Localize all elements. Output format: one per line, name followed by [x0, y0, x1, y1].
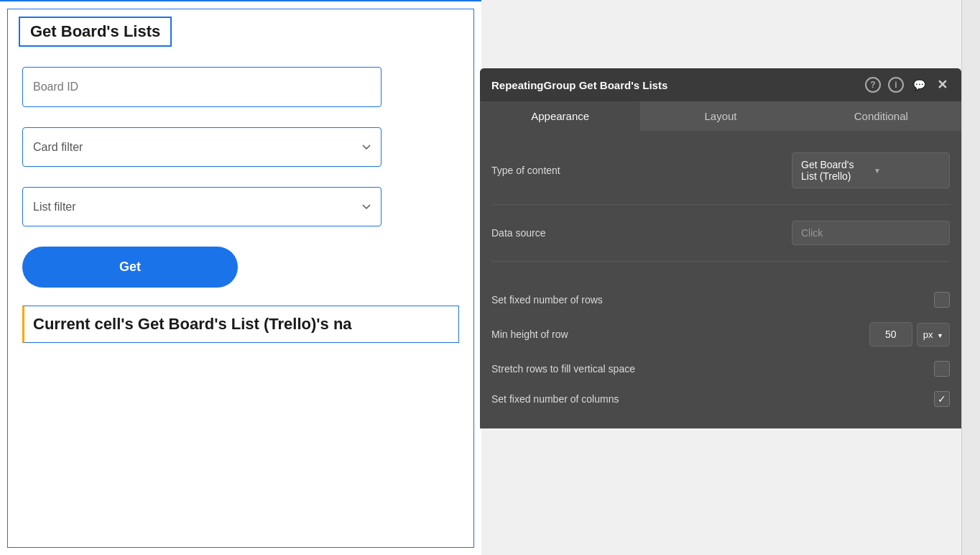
- fixed-columns-label: Set fixed number of columns: [491, 393, 619, 405]
- type-of-content-value: Get Board's List (Trello): [801, 159, 868, 182]
- chevron-down-icon: ▼: [937, 332, 943, 339]
- card-filter-select[interactable]: Card filter: [22, 127, 382, 167]
- fixed-rows-row: Set fixed number of rows: [491, 285, 950, 315]
- tabs-bar: Appearance Layout Conditional: [480, 101, 961, 131]
- panel-header: RepeatingGroup Get Board's Lists ? i 💬 ✕: [480, 68, 961, 101]
- right-panel: RepeatingGroup Get Board's Lists ? i 💬 ✕…: [480, 68, 961, 428]
- cell-text: Current cell's Get Board's List (Trello)…: [33, 315, 352, 333]
- tab-conditional[interactable]: Conditional: [801, 101, 961, 131]
- close-icon[interactable]: ✕: [934, 77, 950, 93]
- divider-1: [491, 204, 950, 205]
- min-height-label: Min height of row: [491, 329, 568, 340]
- divider-2: [491, 261, 950, 262]
- fixed-columns-row: Set fixed number of columns: [491, 384, 950, 414]
- min-height-control: px ▼: [869, 322, 950, 347]
- data-source-label: Data source: [491, 227, 545, 239]
- board-title: Get Board's Lists: [30, 22, 160, 41]
- fixed-rows-label: Set fixed number of rows: [491, 294, 603, 306]
- min-height-input[interactable]: [869, 322, 912, 347]
- min-height-row: Min height of row px ▼: [491, 315, 950, 354]
- help-icon[interactable]: ?: [865, 77, 881, 93]
- type-of-content-label: Type of content: [491, 165, 560, 176]
- right-scroll-edge: [961, 0, 980, 555]
- board-id-input[interactable]: [22, 67, 382, 107]
- get-button[interactable]: Get: [22, 247, 238, 288]
- stretch-rows-label: Stretch rows to fill vertical space: [491, 363, 635, 375]
- tab-appearance[interactable]: Appearance: [480, 101, 640, 131]
- chat-icon[interactable]: 💬: [911, 77, 927, 93]
- list-filter-select[interactable]: List filter: [22, 187, 382, 226]
- panel-body: Type of content Get Board's List (Trello…: [480, 131, 961, 428]
- chevron-down-icon: ▼: [874, 167, 940, 175]
- canvas-frame: Get Board's Lists Card filter List filte…: [7, 9, 474, 548]
- panel-title: RepeatingGroup Get Board's Lists: [491, 79, 667, 91]
- stretch-rows-toggle[interactable]: [934, 361, 950, 377]
- canvas-area: Get Board's Lists Card filter List filte…: [0, 0, 481, 555]
- data-source-row: Data source Click: [491, 214, 950, 252]
- unit-dropdown[interactable]: px ▼: [917, 323, 950, 347]
- type-of-content-row: Type of content Get Board's List (Trello…: [491, 145, 950, 196]
- panel-icons: ? i 💬 ✕: [865, 77, 950, 93]
- repeating-group-area: Current cell's Get Board's List (Trello)…: [22, 306, 459, 343]
- fixed-rows-toggle[interactable]: [934, 292, 950, 308]
- fixed-columns-toggle[interactable]: [934, 391, 950, 407]
- stretch-rows-row: Stretch rows to fill vertical space: [491, 354, 950, 384]
- data-source-click[interactable]: Click: [792, 221, 950, 245]
- type-of-content-dropdown[interactable]: Get Board's List (Trello) ▼: [792, 152, 950, 188]
- tab-layout[interactable]: Layout: [640, 101, 800, 131]
- info-icon[interactable]: i: [888, 77, 904, 93]
